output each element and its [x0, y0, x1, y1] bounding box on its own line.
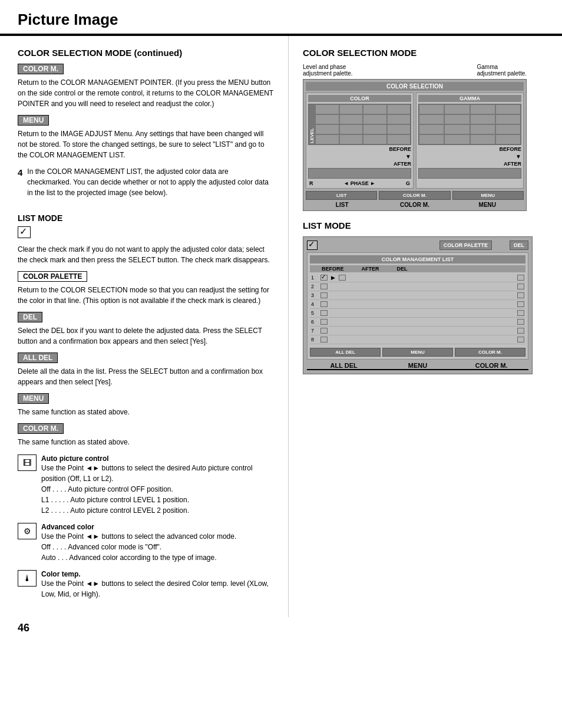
grid-cell	[495, 134, 521, 144]
grid-cell	[339, 124, 363, 134]
grid-cell	[387, 114, 411, 124]
grid-cell	[495, 104, 521, 114]
annotation-right: Gammaadjustment palette.	[477, 64, 527, 77]
color-temp-icon: 🌡	[18, 570, 37, 587]
diag1-grid-inner1	[315, 104, 411, 144]
diag1-col1-header: COLOR	[308, 95, 411, 102]
list-inner-btn-menu[interactable]: MENU	[382, 348, 453, 357]
advanced-color-list-1: Auto . . . Advanced color according to t…	[41, 552, 236, 563]
grid-cell	[470, 114, 495, 124]
row-del-8	[517, 337, 524, 342]
color-temp-text: Use the Point ◄► buttons to select the d…	[41, 578, 274, 599]
auto-picture-row: 🎞 Auto picture control Use the Point ◄► …	[18, 454, 274, 516]
auto-picture-text: Use the Point ◄► buttons to select the d…	[41, 463, 274, 484]
auto-picture-icon: 🎞	[18, 454, 37, 471]
color-m2-text: The same function as stated above.	[18, 437, 274, 447]
list-row-7: 7	[310, 327, 525, 335]
list-diag-inner-title: COLOR MANAGEMENT LIST	[310, 255, 525, 263]
list-inner-btn-color-m[interactable]: COLOR M.	[455, 348, 525, 357]
diag1-grid1: LEVEL	[308, 104, 411, 145]
diag1-arrow2: ▼	[418, 153, 521, 160]
diag1-label-menu: MENU	[451, 202, 524, 208]
diag1-grid-inner2	[419, 104, 521, 144]
grid-cell	[339, 134, 363, 144]
list-diag-palette-btn[interactable]: COLOR PALETTE	[439, 241, 492, 250]
color-m-text: Return to the COLOR MANAGEMENT POINTER. …	[18, 77, 274, 109]
grid-cell	[339, 114, 363, 124]
menu-label: MENU	[18, 115, 49, 126]
row-before-1	[339, 275, 346, 281]
row-check-3	[320, 292, 328, 298]
grid-cell	[315, 104, 339, 114]
list-row-2: 2	[310, 282, 525, 291]
grid-cell	[495, 124, 521, 134]
list-diag-check-icon	[307, 241, 318, 250]
row-num-7: 7	[311, 328, 317, 334]
diag1-title: COLOR SELECTION	[306, 82, 524, 91]
row-check-4	[320, 301, 328, 307]
diag1-btn-color-m[interactable]: COLOR M.	[379, 191, 450, 200]
list-diag-inner: COLOR MANAGEMENT LIST BEFORE AFTER DEL 1…	[307, 252, 528, 360]
diag1-col-color: COLOR LEVEL	[306, 93, 414, 189]
section-title-list-mode: LIST MODE	[303, 220, 550, 230]
grid-cell	[419, 124, 444, 134]
grid-cell	[444, 104, 470, 114]
page-title: Picture Image	[18, 11, 118, 28]
grid-cell	[444, 124, 470, 134]
all-del-text: Delete all the data in the list. Press t…	[18, 366, 274, 387]
color-m-label: COLOR M.	[18, 64, 64, 74]
list-label-menu: MENU	[381, 362, 454, 370]
right-column: COLOR SELECTION MODE Level and phaseadju…	[289, 36, 562, 617]
grid-cell	[339, 104, 363, 114]
row-arrow-1: ▶	[331, 275, 335, 281]
row-del-5	[517, 310, 524, 316]
list-col-after: AFTER	[362, 266, 379, 272]
diag1-level-label: LEVEL	[309, 104, 315, 144]
grid-cell	[444, 114, 470, 124]
section-title-left: COLOR SELECTION MODE (continued)	[18, 48, 274, 58]
grid-cell	[363, 134, 387, 144]
auto-picture-list-2: L2 . . . . . Auto picture control LEVEL …	[41, 505, 274, 516]
list-data-rows: 1 ▶ 2 3	[310, 274, 525, 344]
list-col-del: DEL	[397, 266, 408, 272]
diag1-label-list: LIST	[306, 202, 378, 208]
diag1-btn-list[interactable]: LIST	[306, 191, 377, 200]
grid-cell	[444, 134, 470, 144]
auto-picture-list-1: L1 . . . . . Auto picture control LEVEL …	[41, 495, 274, 505]
diag1-after-box1	[308, 168, 411, 179]
auto-picture-title: Auto picture control	[41, 454, 274, 463]
diag1-phase-row: R ◄ PHASE ► G	[308, 180, 411, 186]
list-diag-del-btn[interactable]: DEL	[510, 241, 528, 250]
row-num-8: 8	[311, 337, 317, 342]
list-label-all-del: ALL DEL	[307, 362, 381, 370]
row-check-5	[320, 310, 328, 316]
grid-cell	[363, 124, 387, 134]
menu2-label: MENU	[18, 393, 49, 404]
grid-cell	[495, 114, 521, 124]
all-del-label: ALL DEL	[18, 353, 58, 363]
diag1-arrow1: ▼	[308, 153, 411, 160]
color-temp-title: Color temp.	[41, 570, 274, 578]
row-num-3: 3	[311, 292, 317, 298]
advanced-color-row: ⚙ Advanced color Use the Point ◄► button…	[18, 523, 274, 563]
color-m2-label: COLOR M.	[18, 423, 64, 434]
grid-cell	[315, 134, 339, 144]
diag1-phase-g: G	[406, 180, 410, 186]
row-num-4: 4	[311, 301, 317, 307]
grid-cell	[419, 134, 444, 144]
list-inner-btn-all-del[interactable]: ALL DEL	[310, 348, 381, 357]
main-content: COLOR SELECTION MODE (continued) COLOR M…	[0, 36, 562, 617]
grid-cell	[315, 114, 339, 124]
step4-number: 4	[18, 167, 22, 204]
list-row-5: 5	[310, 309, 525, 318]
list-mode-diagram: COLOR PALETTE DEL COLOR MANAGEMENT LIST …	[303, 236, 533, 374]
diag1-btn-menu[interactable]: MENU	[452, 191, 524, 200]
row-num-2: 2	[311, 284, 317, 289]
grid-cell	[363, 114, 387, 124]
list-row-4: 4	[310, 300, 525, 309]
page-number: 46	[0, 617, 562, 639]
row-del-2	[517, 284, 524, 289]
diag1-btn-row: LIST COLOR M. MENU	[306, 191, 524, 200]
del-label: DEL	[18, 312, 42, 322]
advanced-color-title: Advanced color	[41, 523, 236, 531]
